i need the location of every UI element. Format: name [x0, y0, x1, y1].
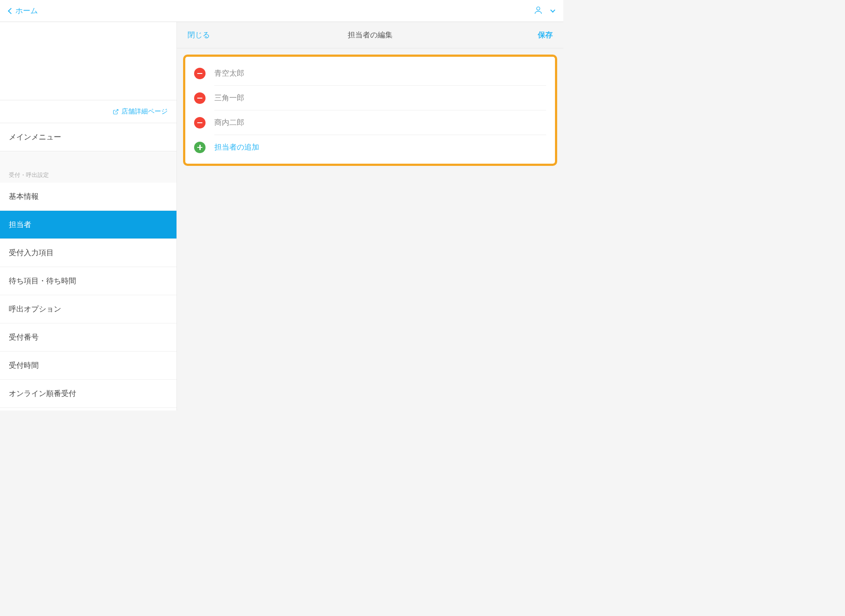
header-right [533, 5, 555, 17]
person-row: 青空太郎 [185, 61, 555, 86]
svg-point-0 [536, 7, 540, 10]
sidebar-item-3[interactable]: 待ち項目・待ち時間 [0, 267, 176, 295]
persons-list: 青空太郎三角一郎商内二郎担当者の追加 [185, 61, 555, 159]
person-name: 商内二郎 [214, 117, 244, 128]
external-link-icon [113, 109, 119, 115]
sidebar-item-1[interactable]: 担当者 [0, 211, 176, 239]
person-row-inner: 三角一郎 [214, 86, 546, 110]
main-menu-label[interactable]: メインメニュー [0, 123, 176, 151]
minus-icon [197, 122, 202, 124]
chevron-left-icon [8, 7, 14, 14]
sidebar-item-7[interactable]: オンライン順番受付 [0, 380, 176, 408]
minus-icon [197, 73, 202, 74]
add-row-inner: 担当者の追加 [214, 135, 546, 159]
remove-person-button[interactable] [194, 117, 206, 128]
content-title: 担当者の編集 [348, 30, 393, 40]
add-person-label: 担当者の追加 [214, 142, 259, 152]
menu-items: 基本情報担当者受付入力項目待ち項目・待ち時間呼出オプション受付番号受付時間オンラ… [0, 183, 176, 408]
remove-person-button[interactable] [194, 92, 206, 104]
close-button[interactable]: 閉じる [187, 30, 210, 40]
person-row-inner: 商内二郎 [214, 110, 546, 135]
store-detail-link[interactable]: 店舗詳細ページ [0, 100, 176, 123]
plus-icon [197, 145, 202, 150]
svg-line-1 [115, 109, 118, 112]
app-header: ホーム [0, 0, 563, 22]
add-person-button[interactable] [194, 142, 206, 153]
person-row-inner: 青空太郎 [214, 61, 546, 86]
section-header: 受付・呼出設定 [0, 167, 176, 183]
add-person-row[interactable]: 担当者の追加 [185, 135, 555, 159]
sidebar-top-section [0, 22, 176, 100]
save-button[interactable]: 保存 [538, 30, 553, 40]
minus-icon [197, 98, 202, 99]
person-name: 三角一郎 [214, 93, 244, 103]
person-row: 商内二郎 [185, 110, 555, 135]
back-button[interactable]: ホーム [9, 6, 38, 16]
sidebar-item-4[interactable]: 呼出オプション [0, 295, 176, 323]
content-area: 閉じる 担当者の編集 保存 青空太郎三角一郎商内二郎担当者の追加 [177, 22, 563, 411]
store-detail-label: 店舗詳細ページ [121, 107, 168, 116]
main-container: 店舗詳細ページ メインメニュー 受付・呼出設定 基本情報担当者受付入力項目待ち項… [0, 22, 563, 411]
sidebar: 店舗詳細ページ メインメニュー 受付・呼出設定 基本情報担当者受付入力項目待ち項… [0, 22, 177, 411]
back-label: ホーム [15, 6, 38, 16]
person-name: 青空太郎 [214, 68, 244, 78]
sidebar-item-5[interactable]: 受付番号 [0, 323, 176, 352]
user-icon[interactable] [533, 5, 543, 17]
sidebar-item-6[interactable]: 受付時間 [0, 352, 176, 380]
section-gap [0, 151, 176, 167]
chevron-down-icon[interactable] [550, 7, 555, 12]
sidebar-item-2[interactable]: 受付入力項目 [0, 239, 176, 267]
person-row: 三角一郎 [185, 86, 555, 110]
persons-edit-box: 青空太郎三角一郎商内二郎担当者の追加 [183, 55, 557, 166]
remove-person-button[interactable] [194, 68, 206, 79]
sidebar-item-0[interactable]: 基本情報 [0, 183, 176, 211]
content-header: 閉じる 担当者の編集 保存 [177, 22, 563, 48]
